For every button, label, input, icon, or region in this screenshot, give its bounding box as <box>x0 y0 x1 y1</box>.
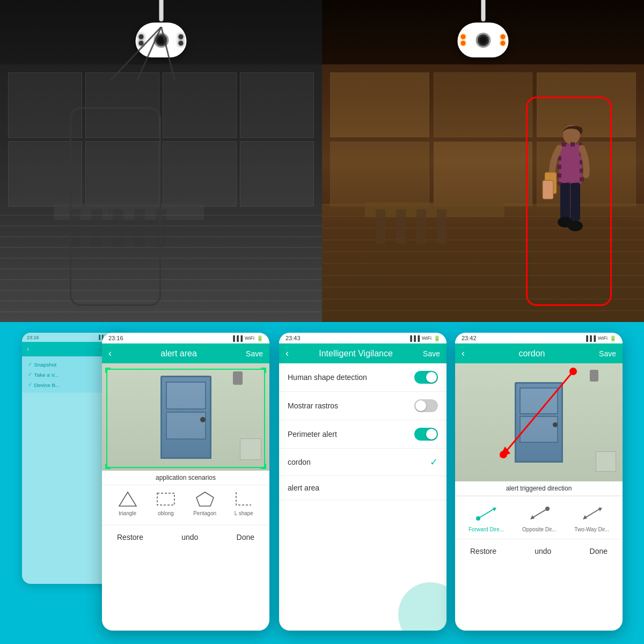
bottom-buttons-left: Restore undo Done <box>102 525 269 549</box>
floor-left <box>0 215 322 322</box>
nav-bar-middle: ‹ Intelligent Vigilance Save <box>279 343 447 363</box>
forward-icon <box>473 503 500 524</box>
svg-line-0 <box>110 27 161 80</box>
direction-twoway-label: Two-Way Dir... <box>574 526 609 532</box>
restore-button-left[interactable]: Restore <box>113 531 148 544</box>
back-button-left[interactable]: ‹ <box>108 348 112 359</box>
setting-alert-area[interactable]: alert area <box>279 476 447 500</box>
phone-alert-area: 23:16 ▐▐▐WiFi🔋 ‹ alert area Save <box>102 333 269 631</box>
shape-pentagon[interactable]: Pentagon <box>193 489 216 516</box>
sidebar-item-2: Take a V... <box>34 371 59 377</box>
save-button-right[interactable]: Save <box>599 349 616 358</box>
shape-lshape-label: L shape <box>235 510 253 516</box>
nav-bar-left: ‹ alert area Save <box>102 343 269 363</box>
svg-line-22 <box>531 509 547 518</box>
back-button-right[interactable]: ‹ <box>462 348 465 359</box>
svg-point-18 <box>500 451 507 458</box>
toggle-human-shape[interactable] <box>414 371 438 384</box>
svg-line-2 <box>161 27 174 80</box>
toggle-perimeter[interactable] <box>414 428 438 441</box>
undo-button-left[interactable]: undo <box>177 531 202 544</box>
svg-marker-14 <box>196 492 214 506</box>
shape-options: triangle oblong <box>108 489 263 516</box>
bottom-buttons-right: Restore undo Done <box>455 539 623 563</box>
svg-point-17 <box>569 368 577 375</box>
status-time-left-bg: 23:16 <box>27 335 39 340</box>
svg-rect-13 <box>157 493 174 505</box>
teal-decoration <box>398 582 447 631</box>
floor-right <box>322 204 644 322</box>
direction-options: Forward Dire... Opposite Dir... <box>455 496 623 539</box>
svg-rect-4 <box>559 144 582 185</box>
top-section: + <box>0 0 644 322</box>
twoway-icon <box>579 503 605 524</box>
svg-point-24 <box>545 507 550 511</box>
camera-view-left <box>102 363 269 471</box>
back-left-bg: ‹ <box>27 345 30 354</box>
setting-label-3: cordon <box>288 458 311 466</box>
save-button-left[interactable]: Save <box>246 349 263 358</box>
svg-point-21 <box>476 516 480 521</box>
sidebar-item-3: Device B... <box>34 382 60 387</box>
shape-pentagon-label: Pentagon <box>193 510 216 516</box>
status-icons-right: ▐▐▐WiFi🔋 <box>584 335 616 341</box>
shape-triangle[interactable]: triangle <box>117 489 138 516</box>
done-button-left[interactable]: Done <box>232 531 259 544</box>
svg-rect-7 <box>570 183 580 221</box>
phone-intelligent-vigilance: 23:43 ▐▐▐WiFi🔋 ‹ Intelligent Vigilance S… <box>279 333 447 631</box>
camera-device-left <box>136 0 187 57</box>
shape-lshape[interactable]: L shape <box>233 489 254 516</box>
right-camera-panel <box>322 0 644 322</box>
setting-perimeter: Perimeter alert <box>279 420 447 449</box>
svg-marker-12 <box>119 492 136 506</box>
direction-twoway[interactable]: Two-Way Dir... <box>574 503 609 532</box>
status-bar-middle: 23:43 ▐▐▐WiFi🔋 <box>279 333 447 343</box>
status-bar-left: 23:16 ▐▐▐WiFi🔋 <box>102 333 269 343</box>
camera-device-right <box>458 0 509 57</box>
settings-list: Human shape detection Mostrar rastros Pe… <box>279 363 447 500</box>
sidebar-item-1: Snapshot <box>34 362 57 368</box>
restore-button-right[interactable]: Restore <box>466 545 501 558</box>
stools-right <box>376 209 447 244</box>
scenarios-label: application scenarios <box>102 471 269 485</box>
alert-direction-label: alert triggered direction <box>455 481 623 496</box>
opposite-icon <box>526 503 553 524</box>
direction-forward[interactable]: Forward Dire... <box>469 503 504 532</box>
check-cordon: ✓ <box>430 456 438 468</box>
door-image <box>102 363 269 471</box>
shape-oblong[interactable]: oblong <box>155 489 177 516</box>
left-camera-panel: + <box>0 0 322 322</box>
setting-human-shape: Human shape detection <box>279 363 447 392</box>
nav-bar-right: ‹ cordon Save <box>455 343 623 363</box>
direction-opposite-label: Opposite Dir... <box>522 526 556 532</box>
svg-line-15 <box>503 371 573 455</box>
shape-section: triangle oblong <box>102 485 269 525</box>
cordon-camera-view <box>455 363 623 481</box>
nav-title-left: alert area <box>160 349 197 358</box>
phone-cordon: 23:42 ▐▐▐WiFi🔋 ‹ cordon Save <box>455 333 623 631</box>
svg-line-25 <box>584 509 600 518</box>
direction-forward-label: Forward Dire... <box>469 526 504 532</box>
svg-point-9 <box>568 221 583 231</box>
cordon-line-svg <box>455 363 623 481</box>
setting-cordon[interactable]: cordon ✓ <box>279 449 447 476</box>
setting-label-2: Perimeter alert <box>288 430 337 438</box>
bottom-section: 23:16 ▐▐▐WiFi🔋 ‹ ✓ Snapshot ✓ Take a V..… <box>0 322 644 644</box>
done-button-right[interactable]: Done <box>586 545 612 558</box>
nav-title-right: cordon <box>519 349 545 358</box>
shape-triangle-label: triangle <box>119 510 136 516</box>
back-button-middle[interactable]: ‹ <box>286 348 289 359</box>
direction-opposite[interactable]: Opposite Dir... <box>522 503 556 532</box>
shape-oblong-label: oblong <box>158 510 174 516</box>
status-bar-right: 23:42 ▐▐▐WiFi🔋 <box>455 333 623 343</box>
save-button-middle[interactable]: Save <box>423 349 440 358</box>
nav-title-middle: Intelligent Vigilance <box>319 349 393 358</box>
svg-line-1 <box>137 27 161 80</box>
time-left: 23:16 <box>108 335 123 341</box>
undo-button-right[interactable]: undo <box>530 545 555 558</box>
laser-beams <box>94 27 228 80</box>
building-right <box>322 64 644 215</box>
crosshair-left: + <box>106 204 114 219</box>
toggle-mostrar[interactable] <box>414 399 438 412</box>
status-icons-middle: ▐▐▐WiFi🔋 <box>408 335 440 341</box>
